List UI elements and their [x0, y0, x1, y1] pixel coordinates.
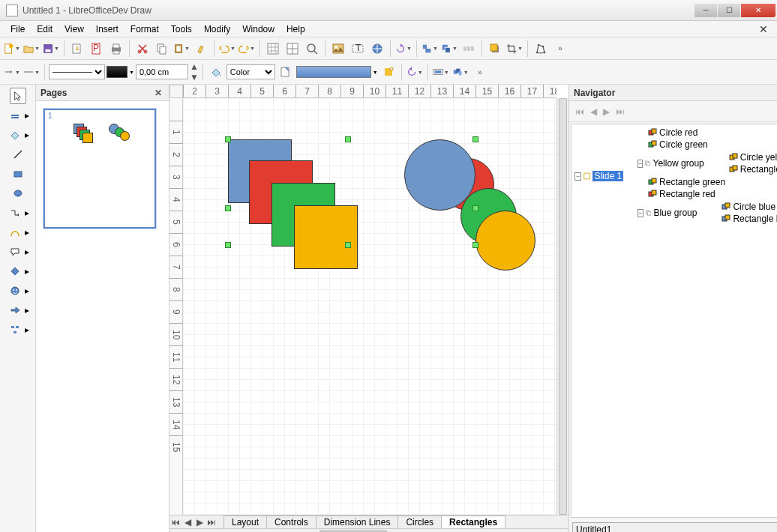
format-paintbrush-button[interactable]	[192, 40, 210, 58]
copy-button[interactable]	[153, 40, 171, 58]
window-maximize-button[interactable]: ☐	[718, 4, 740, 17]
tree-item[interactable]: Circle yellow	[740, 152, 777, 163]
menu-view[interactable]: View	[58, 22, 90, 37]
rectangle-tool[interactable]	[10, 166, 26, 182]
distribute-button[interactable]	[460, 40, 478, 58]
redo-button[interactable]: ▼	[238, 40, 256, 58]
horizontal-ruler[interactable]: 2345678910111213141516171819	[183, 85, 556, 98]
menu-help[interactable]: Help	[280, 22, 311, 37]
select-tool[interactable]	[10, 88, 26, 104]
tree-item[interactable]: Rectangle green	[659, 177, 725, 187]
arrange-button[interactable]: ▼	[440, 40, 458, 58]
toolbar2-overflow-button[interactable]: »	[471, 63, 489, 81]
callout-tool[interactable]	[7, 244, 23, 260]
insert-image-button[interactable]	[329, 40, 347, 58]
drawing-canvas[interactable]	[183, 98, 556, 515]
menu-modify[interactable]: Modify	[198, 22, 236, 37]
tree-item[interactable]: Rectangle red	[659, 189, 716, 199]
window-minimize-button[interactable]: ─	[694, 4, 717, 17]
fill-bucket-button[interactable]	[207, 63, 225, 81]
tree-item[interactable]: Circle green	[659, 139, 708, 150]
open-button[interactable]: ▼	[22, 40, 40, 58]
insert-textbox-button[interactable]: T	[349, 40, 367, 58]
page-thumbnail-1[interactable]: 1	[44, 109, 156, 229]
connector-tool[interactable]	[7, 205, 23, 221]
tab-last[interactable]: ⏭	[206, 517, 218, 528]
helplines-button[interactable]	[284, 40, 302, 58]
line-color-button[interactable]	[106, 66, 128, 78]
nav-first-slide[interactable]: ⏮	[575, 106, 584, 117]
navigator-doc-select[interactable]: Untitled1	[572, 522, 777, 532]
tab-controls[interactable]: Controls	[266, 516, 316, 528]
align-button[interactable]: ▼	[421, 40, 439, 58]
shadow-button[interactable]	[486, 40, 504, 58]
symbol-shapes-tool[interactable]	[7, 282, 23, 299]
tab-next[interactable]: ▶	[194, 517, 206, 528]
zoom-button[interactable]	[303, 40, 321, 58]
rotate-button[interactable]: ▼	[394, 40, 412, 58]
fill-tool-group[interactable]	[7, 127, 23, 143]
grid-button[interactable]	[264, 40, 282, 58]
line-endings-button[interactable]: ▼	[22, 63, 40, 81]
menu-format[interactable]: Format	[124, 22, 165, 37]
width-down[interactable]: ▼	[190, 72, 199, 82]
horizontal-scrollbar[interactable]	[170, 528, 568, 532]
freeline-tool[interactable]	[10, 146, 26, 163]
fill-style-select[interactable]: Color	[226, 64, 275, 79]
paste-button[interactable]: ▼	[172, 40, 190, 58]
tab-prev[interactable]: ◀	[182, 517, 194, 528]
insert-hyperlink-button[interactable]	[368, 40, 386, 58]
menu-file[interactable]: File	[4, 22, 31, 37]
crop-button[interactable]: ▼	[506, 40, 524, 58]
tree-item[interactable]: Circle red	[659, 127, 698, 138]
arrange2-button[interactable]: ▼	[452, 63, 470, 81]
new-button[interactable]: ▼	[3, 40, 21, 58]
arrow-style-button[interactable]: ▼	[3, 63, 21, 81]
arrow-shapes-tool[interactable]	[7, 302, 23, 318]
fill-color-bar[interactable]	[296, 66, 371, 78]
basic-shapes-tool[interactable]	[7, 263, 23, 279]
tree-item[interactable]: Rectangle yellow	[740, 164, 777, 175]
ellipse-tool[interactable]	[10, 185, 26, 202]
vertical-scrollbar[interactable]	[556, 98, 568, 515]
window-close-button[interactable]: ✕	[741, 4, 776, 17]
pages-panel-close[interactable]: ✕	[152, 88, 164, 98]
tree-slide-1[interactable]: Slide 1	[592, 171, 623, 181]
tab-rectangles[interactable]: Rectangles	[441, 516, 506, 528]
line-tool-group[interactable]	[7, 107, 23, 124]
tree-item[interactable]: Blue group	[653, 208, 697, 218]
nav-last-slide[interactable]: ⏭	[616, 106, 625, 117]
effects-button[interactable]	[380, 63, 398, 81]
menu-window[interactable]: Window	[236, 22, 280, 37]
export-button[interactable]	[68, 40, 86, 58]
menu-edit[interactable]: Edit	[31, 22, 58, 37]
print-button[interactable]	[107, 40, 125, 58]
tab-dimension-lines[interactable]: Dimension Lines	[316, 516, 399, 528]
line-style-select[interactable]: ───────	[49, 64, 105, 79]
tab-first[interactable]: ⏮	[170, 517, 182, 528]
flowchart-tool[interactable]	[7, 321, 23, 338]
rotate-left-button[interactable]: ▼	[406, 63, 424, 81]
curve-tool[interactable]	[7, 224, 23, 241]
width-up[interactable]: ▲	[190, 61, 199, 72]
area-dropper-button[interactable]	[277, 63, 295, 81]
tree-item[interactable]: Rectangle blue	[733, 214, 777, 224]
menu-tools[interactable]: Tools	[165, 22, 198, 37]
cut-button[interactable]	[134, 40, 152, 58]
close-document-button[interactable]: ✕	[754, 22, 772, 37]
toolbar-overflow-button[interactable]: »	[551, 40, 569, 58]
polygon-button[interactable]	[532, 40, 550, 58]
tree-item[interactable]: Yellow group	[653, 158, 704, 169]
nav-next-slide[interactable]: ▶	[603, 106, 610, 117]
alignment2-button[interactable]: ▼	[432, 63, 450, 81]
save-button[interactable]: ▼	[42, 40, 60, 58]
tab-circles[interactable]: Circles	[398, 516, 442, 528]
line-width-input[interactable]	[136, 64, 188, 79]
nav-prev-slide[interactable]: ◀	[590, 106, 597, 117]
undo-button[interactable]: ▼	[218, 40, 236, 58]
export-pdf-button[interactable]: P	[88, 40, 106, 58]
tree-item[interactable]: Circle blue	[733, 202, 776, 212]
tab-layout[interactable]: Layout	[224, 516, 267, 528]
vertical-ruler[interactable]: 123456789101112131415	[170, 98, 183, 515]
menu-insert[interactable]: Insert	[90, 22, 124, 37]
